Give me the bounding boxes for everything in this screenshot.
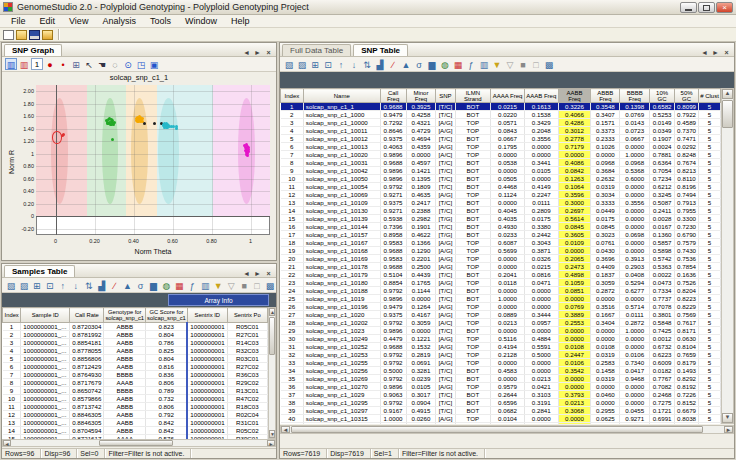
column-header[interactable]: Call Freq [380, 89, 406, 103]
save-icon[interactable] [29, 30, 40, 40]
menu-help[interactable]: Help [224, 16, 257, 26]
column-header[interactable]: 10% GC [650, 89, 675, 103]
scatter-plot-icon[interactable]: ▲ [400, 58, 412, 70]
table-row[interactable]: 121000000001_...0.8846305AABB0.792100000… [3, 411, 268, 419]
column-header[interactable]: Call Rate [70, 308, 104, 323]
column-header[interactable]: AAAB Freq [524, 89, 558, 103]
table-row[interactable]: 19solcap_snp_c1_101680.96880.1290[A/G]TO… [281, 247, 721, 255]
column-header[interactable]: 50% GC [675, 89, 699, 103]
menu-edit[interactable]: Edit [33, 16, 63, 26]
table-row[interactable]: 39solcap_snp_c1_102970.91670.4915[T/C]BO… [281, 407, 721, 415]
table-row[interactable]: 61000000001_...0.8712429AABB0.8161000000… [3, 363, 268, 371]
table-row[interactable]: 3solcap_snp_c1_100000.72920.4321[A/G]TOP… [281, 119, 721, 127]
sort-asc-icon[interactable]: ↑ [57, 279, 69, 291]
table-row[interactable]: 4solcap_snp_c1_100110.86460.4729[A/G]TOP… [281, 127, 721, 135]
samples-horizontal-scrollbar[interactable]: ◄ ► [2, 439, 276, 447]
sort-asc-icon[interactable]: ↑ [335, 58, 347, 70]
data-point-aabb[interactable] [138, 117, 141, 120]
column-header[interactable]: Minor Freq [406, 89, 436, 103]
table-row[interactable]: 16solcap_snp_c1_101440.73960.1901[T/C]BO… [281, 223, 721, 231]
table-row[interactable]: 27solcap_snp_c1_10200.93750.4167[A/G]TOP… [281, 311, 721, 319]
tab-snp-graph[interactable]: SNP Graph [4, 44, 62, 56]
table-row[interactable]: 8solcap_snp_c1_100310.96880.4597[T/C]BOT… [281, 159, 721, 167]
pencil-icon[interactable]: ∕ [109, 279, 121, 291]
project-folder-icon[interactable] [42, 30, 53, 40]
table-row[interactable]: 33solcap_snp_c1_102550.97920.0691[A/G]TO… [281, 359, 721, 367]
scatter-plot-icon[interactable]: ▲ [122, 279, 134, 291]
plots-per-row-icon[interactable]: 1 [31, 58, 43, 70]
function-icon[interactable]: ƒ [186, 279, 198, 291]
snp-horizontal-scrollbar[interactable]: ◄ ► [280, 425, 734, 434]
stats-icon[interactable]: σ [413, 58, 425, 70]
column-header[interactable]: Genotype for solcap_snp_c1 [104, 308, 146, 323]
table-row[interactable]: 111000000001_...0.8713742ABBB0.806100000… [3, 403, 268, 411]
tab-scroll-left-icon[interactable]: ◄ [242, 270, 251, 277]
zoom-icon[interactable]: ⊙ [122, 58, 134, 70]
table-row[interactable]: 35solcap_snp_c1_102690.97920.0239[T/C]BO… [281, 375, 721, 383]
table-row[interactable]: 31000000001_...0.8854181AABB0.7861000000… [3, 339, 268, 347]
unlock-icon[interactable]: □ [530, 58, 542, 70]
tab-scroll-right-icon[interactable]: ► [253, 270, 262, 277]
table-row[interactable]: 30solcap_snp_c1_102490.44790.1221[A/G]TO… [281, 335, 721, 343]
table-row[interactable]: 11solcap_snp_c1_100540.97920.1809[T/C]BO… [281, 183, 721, 191]
table-row[interactable]: 34solcap_snp_c1_102560.50000.3281[T/C]BO… [281, 367, 721, 375]
open-folder-icon[interactable] [16, 30, 27, 40]
sort-desc-icon[interactable]: ↓ [70, 279, 82, 291]
table-row[interactable]: 25solcap_snp_c1_10190.98960.0000[T/C]BOT… [281, 295, 721, 303]
menu-tools[interactable]: Tools [143, 16, 178, 26]
multi-sort-icon[interactable]: ⇅ [361, 58, 373, 70]
table-row[interactable]: 131000000001_...0.8846305AABB0.842100000… [3, 419, 268, 427]
table-row[interactable]: 6solcap_snp_c1_100130.40630.4359[A/G]TOP… [281, 143, 721, 151]
table-row[interactable]: 10solcap_snp_c1_100500.98960.1395[T/C]BO… [281, 175, 721, 183]
menu-analysis[interactable]: Analysis [95, 16, 143, 26]
table-row[interactable]: 41000000001_...0.8778055AABB0.8251000000… [3, 347, 268, 355]
table-row[interactable]: 38solcap_snp_c1_102950.97920.0904[T/C]BO… [281, 399, 721, 407]
new-file-icon[interactable] [3, 30, 14, 40]
fit-data-icon[interactable]: ▣ [148, 58, 160, 70]
table-row[interactable]: 21000000001_...0.8781992ABBB0.8041000000… [3, 331, 268, 339]
table-row[interactable]: 7solcap_snp_c1_100200.98960.0000[A/C]TOP… [281, 151, 721, 159]
tab-scroll-right-icon[interactable]: ► [711, 49, 720, 56]
histogram-icon[interactable]: ▟ [374, 58, 386, 70]
insert-column-icon[interactable]: ▥ [478, 58, 490, 70]
data-point-aaab[interactable] [113, 121, 116, 124]
panel-close-icon[interactable]: × [264, 270, 273, 277]
table-row[interactable]: 37solcap_snp_c1_10290.90630.3017[T/C]BOT… [281, 391, 721, 399]
column-header[interactable]: Index [281, 89, 304, 103]
menu-view[interactable]: View [62, 16, 95, 26]
table-row[interactable]: 36solcap_snp_c1_102700.98960.0105[A/G]TO… [281, 383, 721, 391]
tab-samples-table[interactable]: Samples Table [4, 265, 75, 277]
bar-chart-icon[interactable]: ▆ [147, 279, 159, 291]
column-chooser-icon[interactable]: ▧ [283, 58, 295, 70]
table-row[interactable]: 81000000001_...0.8717679AAAB0.8061000000… [3, 379, 268, 387]
table-row[interactable]: 11000000001_...0.8720304ABBB0.8231000000… [3, 323, 268, 331]
snp-scatter-chart[interactable]: solcap_snp_c1_1 2.001.801.601.401.2010.8… [2, 72, 276, 260]
lasso-icon[interactable]: ◌ [109, 58, 121, 70]
table-row[interactable]: 91000000001_...0.8650742BBBB0.7891000000… [3, 387, 268, 395]
bar-chart-icon[interactable]: ▆ [426, 58, 438, 70]
column-header[interactable]: AABB Freq [558, 89, 591, 103]
panel-close-icon[interactable]: × [722, 49, 731, 56]
column-header[interactable]: AAAA Freq [491, 89, 525, 103]
heatmap-icon[interactable]: ▦ [173, 279, 185, 291]
table-row[interactable]: 141000000001_...0.8704594ABBB0.842100000… [3, 427, 268, 435]
paste-icon[interactable]: ⊡ [44, 279, 56, 291]
tab-snp-table[interactable]: SNP Table [353, 44, 408, 56]
column-header[interactable]: # Clust [699, 89, 721, 103]
column-header[interactable]: Sentrix Po [227, 308, 267, 323]
table-row[interactable]: 31solcap_snp_c1_102520.96880.1532[A/G]TO… [281, 343, 721, 351]
column-header[interactable]: BBBB Freq [620, 89, 650, 103]
unlock-icon[interactable]: □ [251, 279, 263, 291]
data-point-aaab[interactable] [106, 122, 109, 125]
table-row[interactable]: 14solcap_snp_c1_101300.92710.2388[T/C]BO… [281, 207, 721, 215]
table-row[interactable]: 9solcap_snp_c1_100420.98960.1421[T/C]BOT… [281, 167, 721, 175]
heatmap-icon[interactable]: ▦ [452, 58, 464, 70]
lock-icon[interactable]: ■ [238, 279, 250, 291]
table-row[interactable]: 24solcap_snp_c1_101880.97920.1144[T/C]BO… [281, 287, 721, 295]
table-row[interactable]: 40solcap_snp_c1_103151.00000.0260[A/G]TO… [281, 415, 721, 423]
color-graph-icon[interactable]: ▥ [5, 58, 17, 70]
bw-graph-icon[interactable]: ▥ [18, 58, 30, 70]
table-row[interactable]: 71000000001_...0.8764930BBBB0.8361000000… [3, 371, 268, 379]
lock-icon[interactable]: ■ [517, 58, 529, 70]
copy-graph-icon[interactable]: ⊞ [70, 58, 82, 70]
